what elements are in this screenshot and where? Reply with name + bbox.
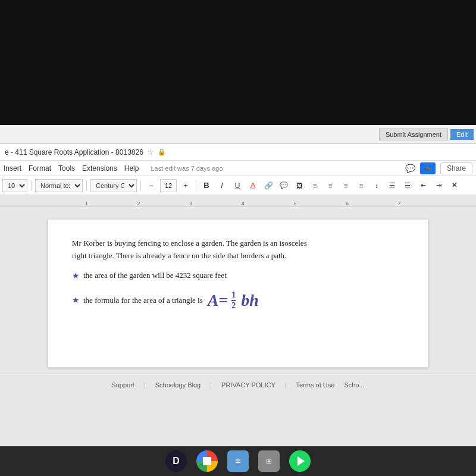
zoom-select[interactable]: 100% bbox=[2, 179, 27, 192]
edit-button[interactable]: Edit bbox=[450, 129, 474, 140]
ruler-mark-6: 6 bbox=[346, 201, 349, 206]
align-right-button[interactable]: ≡ bbox=[339, 179, 352, 192]
clear-format-button[interactable]: ✕ bbox=[447, 179, 461, 192]
document-area: Mr Korber is buying fencing to enclose a… bbox=[0, 207, 476, 374]
menu-extensions[interactable]: Extensions bbox=[82, 164, 117, 173]
star-icon[interactable]: ☆ bbox=[147, 148, 154, 156]
gray-icon-symbol: ⊞ bbox=[266, 457, 272, 465]
lock-icon: 🔒 bbox=[158, 148, 166, 156]
taskbar-icon-gray[interactable]: ⊞ bbox=[258, 450, 280, 472]
toolbar: 100% Normal text Century Go... − + B I U… bbox=[0, 176, 476, 195]
document-page: Mr Korber is buying fencing to enclose a… bbox=[48, 219, 428, 368]
footer-support[interactable]: Support bbox=[111, 381, 134, 389]
align-center-button[interactable]: ≡ bbox=[324, 179, 337, 192]
image-button[interactable]: 🖼 bbox=[293, 179, 306, 192]
bold-button[interactable]: B bbox=[200, 179, 213, 192]
chat-icon: 💬 bbox=[405, 164, 415, 173]
footer-schoology: Scho... bbox=[344, 381, 364, 389]
menu-tools[interactable]: Tools bbox=[58, 164, 75, 173]
taskbar-icon-d[interactable]: D bbox=[165, 450, 187, 472]
toolbar-divider-4 bbox=[196, 180, 196, 191]
comment-button[interactable]: 💬 bbox=[277, 179, 290, 192]
toolbar-divider-2 bbox=[86, 180, 87, 191]
screen-area: Submit Assignment Edit e - 411 Square Ro… bbox=[0, 125, 476, 476]
taskbar-icon-blue[interactable]: ≡ bbox=[227, 450, 249, 472]
footer-sep-2: | bbox=[210, 381, 212, 389]
indent-increase-button[interactable]: ⇥ bbox=[432, 179, 445, 192]
bullet1-text: the area of the garden will be 4232 squa… bbox=[83, 270, 227, 281]
ruler-mark-1: 1 bbox=[85, 201, 88, 206]
problem-line1: Mr Korber is buying fencing to enclose a… bbox=[72, 239, 307, 248]
footer-blog[interactable]: Schoology Blog bbox=[155, 381, 201, 389]
share-button[interactable]: Share bbox=[440, 162, 472, 174]
bullet-item-1: ★ the area of the garden will be 4232 sq… bbox=[72, 270, 404, 282]
increase-font-button[interactable]: + bbox=[179, 179, 192, 192]
ruler-mark-3: 3 bbox=[189, 201, 192, 206]
formula-a-equals: A= bbox=[208, 288, 228, 313]
numbered-list-button[interactable]: ☰ bbox=[401, 179, 414, 192]
font-color-button[interactable]: A bbox=[246, 179, 259, 192]
document-title: e - 411 Square Roots Application - 80138… bbox=[5, 148, 143, 156]
menu-format[interactable]: Format bbox=[29, 164, 51, 173]
menu-insert[interactable]: Insert bbox=[4, 164, 21, 173]
fraction-denominator: 2 bbox=[231, 301, 236, 310]
taskbar-icon-play[interactable] bbox=[289, 450, 311, 472]
problem-text: Mr Korber is buying fencing to enclose a… bbox=[72, 237, 404, 262]
footer-sep-3: | bbox=[285, 381, 287, 389]
play-triangle-icon bbox=[298, 456, 305, 466]
font-size-input[interactable] bbox=[160, 179, 177, 192]
justify-button[interactable]: ≡ bbox=[355, 179, 368, 192]
footer-privacy[interactable]: PRIVACY POLICY bbox=[221, 381, 275, 389]
toolbar-divider-3 bbox=[140, 180, 141, 191]
bezel-top bbox=[0, 0, 476, 125]
meet-icon[interactable]: 📹 bbox=[420, 162, 436, 174]
menu-bar: Insert Format Tools Extensions Help Last… bbox=[0, 161, 476, 176]
decrease-font-button[interactable]: − bbox=[145, 179, 158, 192]
taskbar-icon-chrome[interactable] bbox=[196, 450, 218, 472]
d-label: D bbox=[173, 456, 180, 466]
ruler-mark-5: 5 bbox=[293, 201, 296, 206]
link-button[interactable]: 🔗 bbox=[262, 179, 275, 192]
line-spacing-button[interactable]: ↕ bbox=[370, 179, 383, 192]
ruler-mark-4: 4 bbox=[242, 201, 245, 206]
formula-bh: bh bbox=[241, 288, 259, 313]
ruler-mark-2: 2 bbox=[137, 201, 140, 206]
title-bar: e - 411 Square Roots Application - 80138… bbox=[0, 144, 476, 161]
fraction-half: 1 2 bbox=[231, 291, 236, 310]
fraction-numerator: 1 bbox=[231, 291, 236, 301]
last-edit-label: Last edit was 7 days ago bbox=[151, 165, 223, 172]
ruler: 1 2 3 4 5 6 7 bbox=[0, 195, 476, 207]
text-style-select[interactable]: Normal text bbox=[35, 179, 83, 192]
italic-button[interactable]: I bbox=[215, 179, 228, 192]
star-bullet-2: ★ bbox=[72, 294, 80, 306]
star-bullet-1: ★ bbox=[72, 270, 80, 282]
footer-bar: Support | Schoology Blog | PRIVACY POLIC… bbox=[0, 374, 476, 395]
align-left-button[interactable]: ≡ bbox=[308, 179, 321, 192]
formula-label: the formula for the area of a triangle i… bbox=[83, 295, 203, 306]
bullet-list-button[interactable]: ☰ bbox=[386, 179, 399, 192]
formula-display: A= 1 2 bh bbox=[208, 288, 259, 313]
taskbar: D ≡ ⊞ bbox=[0, 446, 476, 476]
ruler-mark-7: 7 bbox=[398, 201, 401, 206]
submit-assignment-button[interactable]: Submit Assignment bbox=[379, 129, 448, 140]
footer-terms[interactable]: Terms of Use bbox=[296, 381, 335, 389]
formula-area: ★ the formula for the area of a triangle… bbox=[72, 288, 404, 313]
font-select[interactable]: Century Go... bbox=[90, 179, 137, 192]
footer-sep-1: | bbox=[144, 381, 146, 389]
underline-button[interactable]: U bbox=[231, 179, 244, 192]
toolbar-divider-1 bbox=[31, 180, 32, 191]
menu-help[interactable]: Help bbox=[124, 164, 139, 173]
problem-line2: right triangle. There is already a fence… bbox=[72, 251, 286, 260]
top-action-bar: Submit Assignment Edit bbox=[0, 125, 476, 144]
blue-icon-symbol: ≡ bbox=[235, 456, 240, 466]
indent-decrease-button[interactable]: ⇤ bbox=[416, 179, 430, 192]
page-content: Mr Korber is buying fencing to enclose a… bbox=[72, 237, 404, 313]
